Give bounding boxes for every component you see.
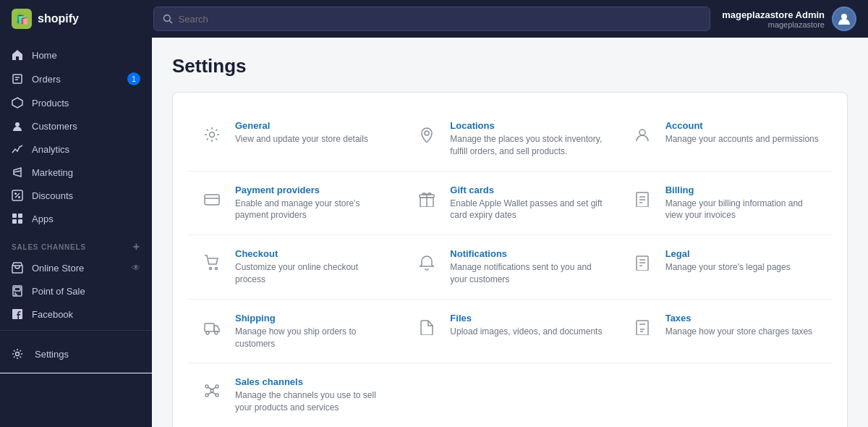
svg-rect-14 (18, 214, 22, 218)
svg-line-53 (208, 387, 212, 389)
svg-rect-44 (637, 321, 648, 335)
checkout-icon (199, 250, 225, 276)
settings-item-legal[interactable]: Legal Manage your store's legal pages (618, 235, 833, 300)
svg-line-54 (212, 387, 216, 389)
settings-title-sales-channels: Sales channels (235, 376, 391, 387)
main-content: Settings General View and update your st… (152, 38, 868, 427)
settings-title-taxes: Taxes (665, 313, 812, 324)
sidebar-label-marketing: Marketing (32, 167, 73, 178)
avatar[interactable] (832, 7, 856, 31)
settings-item-shipping[interactable]: Shipping Manage how you ship orders to c… (187, 300, 402, 364)
svg-rect-3 (13, 75, 22, 83)
svg-line-55 (208, 392, 212, 394)
svg-point-11 (15, 193, 17, 195)
user-area: mageplazastore Admin mageplazastore (722, 7, 856, 31)
search-input[interactable] (179, 14, 702, 25)
orders-icon (12, 73, 25, 85)
svg-rect-41 (205, 324, 214, 331)
billing-icon (629, 186, 655, 212)
settings-desc-taxes: Manage how your store charges taxes (665, 326, 812, 338)
sidebar-item-settings[interactable]: Settings (0, 335, 152, 373)
sidebar-label-online-store: Online Store (32, 263, 84, 274)
eye-icon[interactable]: 👁 (132, 263, 140, 273)
channels-icon (199, 378, 225, 404)
settings-title-gift-cards: Gift cards (450, 185, 605, 195)
sidebar-item-home[interactable]: Home (0, 43, 152, 67)
settings-title-shipping: Shipping (235, 313, 391, 324)
pos-icon (12, 285, 25, 297)
sidebar-item-discounts[interactable]: Discounts (0, 184, 152, 207)
sidebar-item-products[interactable]: Products (0, 91, 152, 114)
settings-card: General View and update your store detai… (172, 92, 848, 427)
user-store: mageplazastore (722, 20, 825, 29)
settings-title-general: General (235, 120, 368, 131)
apps-icon (12, 213, 25, 224)
sidebar-item-online-store[interactable]: Online Store 👁 (0, 256, 152, 279)
page-title: Settings (172, 55, 848, 77)
sidebar-item-orders[interactable]: Orders 1 (0, 67, 152, 91)
settings-item-payment-providers[interactable]: Payment providers Enable and manage your… (187, 172, 402, 236)
search-bar[interactable] (153, 7, 710, 31)
account-icon (629, 122, 655, 148)
svg-rect-26 (205, 195, 219, 205)
search-icon (163, 14, 173, 24)
analytics-icon (12, 143, 25, 155)
files-icon (414, 314, 440, 340)
svg-point-43 (215, 331, 218, 334)
settings-title-checkout: Checkout (235, 248, 391, 259)
settings-item-locations[interactable]: Locations Manage the places you stock in… (402, 107, 617, 172)
settings-item-account[interactable]: Account Manage your accounts and permiss… (618, 107, 833, 172)
user-name: mageplazastore Admin (722, 9, 825, 20)
svg-marker-6 (12, 98, 22, 108)
settings-desc-notifications: Manage notifications sent to you and you… (450, 261, 605, 286)
settings-desc-general: View and update your store details (235, 133, 368, 145)
sidebar-label-orders: Orders (32, 74, 61, 85)
svg-rect-17 (12, 266, 22, 273)
svg-point-42 (206, 331, 209, 334)
main-layout: Home Orders 1 Products Customers A (0, 38, 868, 427)
shipping-icon (199, 314, 225, 340)
sidebar-item-customers[interactable]: Customers (0, 114, 152, 138)
customers-icon (12, 120, 25, 132)
sales-channels-label: SALES CHANNELS (12, 243, 86, 251)
svg-point-7 (15, 122, 20, 127)
settings-item-notifications[interactable]: Notifications Manage notifications sent … (402, 235, 617, 300)
settings-desc-locations: Manage the places you stock inventory, f… (450, 133, 605, 158)
sidebar-label-customers: Customers (32, 121, 77, 132)
svg-point-25 (639, 130, 645, 135)
settings-title-payment-providers: Payment providers (235, 185, 391, 195)
settings-item-gift-cards[interactable]: Gift cards Enable Apple Wallet passes an… (402, 172, 617, 236)
sidebar-label-settings: Settings (35, 349, 69, 360)
svg-point-2 (841, 14, 847, 20)
settings-item-general[interactable]: General View and update your store detai… (187, 107, 402, 172)
taxes-icon (629, 314, 655, 340)
notifications-icon (414, 250, 440, 276)
settings-desc-legal: Manage your store's legal pages (665, 261, 791, 274)
svg-point-12 (19, 197, 20, 198)
settings-title-notifications: Notifications (450, 248, 605, 259)
settings-item-files[interactable]: Files Upload images, videos, and documen… (402, 300, 617, 364)
add-channel-icon[interactable]: + (133, 240, 140, 253)
sidebar-label-products: Products (32, 98, 69, 109)
gear-icon (199, 122, 225, 148)
settings-desc-gift-cards: Enable Apple Wallet passes and set gift … (450, 198, 605, 222)
sidebar-item-facebook[interactable]: Facebook (0, 303, 152, 326)
svg-point-48 (210, 389, 213, 392)
svg-rect-13 (12, 214, 17, 218)
settings-item-checkout[interactable]: Checkout Customize your online checkout … (187, 235, 402, 300)
settings-item-taxes[interactable]: Taxes Manage how your store charges taxe… (618, 300, 833, 364)
svg-line-1 (169, 20, 171, 22)
logo-area[interactable]: 🛍️ shopify (12, 9, 142, 29)
svg-rect-16 (18, 219, 22, 224)
sidebar-item-analytics[interactable]: Analytics (0, 138, 152, 161)
settings-item-billing[interactable]: Billing Manage your billing information … (618, 172, 833, 236)
settings-desc-sales-channels: Manage the channels you use to sell your… (235, 389, 391, 414)
sidebar-item-apps[interactable]: Apps (0, 207, 152, 230)
settings-item-sales-channels[interactable]: Sales channels Manage the channels you u… (187, 363, 402, 427)
sidebar-item-point-of-sale[interactable]: Point of Sale (0, 279, 152, 303)
svg-rect-15 (12, 219, 17, 224)
discounts-icon (12, 190, 25, 201)
home-icon (12, 49, 25, 61)
sidebar-item-marketing[interactable]: Marketing (0, 161, 152, 184)
gift-icon (414, 186, 440, 212)
